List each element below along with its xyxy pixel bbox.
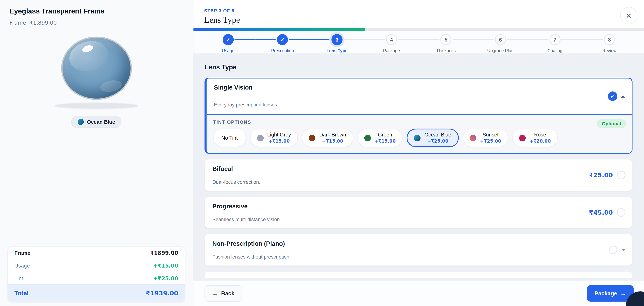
- caret-up-icon: [621, 95, 625, 97]
- tint-chip-price: +₹15.00: [267, 138, 291, 144]
- next-option-card-partial[interactable]: [204, 271, 632, 278]
- tint-chip-price: +₹15.00: [374, 138, 396, 144]
- step-number: 7: [549, 34, 560, 45]
- lens-type-content: Lens Type Single Vision Everyday prescri…: [194, 54, 644, 280]
- step-label: Package: [383, 48, 400, 53]
- tint-chip-price: +₹25.00: [480, 138, 501, 144]
- step-navigation: ✓ Usage ✓ Prescription 3 Lens Type 4 Pac…: [194, 31, 644, 54]
- stepper-item-prescription[interactable]: ✓ Prescription: [255, 31, 310, 53]
- option-description: Everyday prescription lenses.: [214, 102, 624, 108]
- option-card-progressive[interactable]: Progressive Seamless multi-distance visi…: [204, 196, 632, 228]
- lens-sphere-image: [61, 37, 132, 100]
- summary-total-row: Total ₹1939.00: [8, 284, 185, 302]
- check-glyph: ✓: [610, 93, 615, 99]
- step-label: Thickness: [436, 48, 456, 53]
- frame-price-label: Frame: ₹1,899.00: [0, 16, 192, 26]
- radio-unselected-icon[interactable]: [617, 171, 626, 180]
- modal-footer: ← Back Package →: [194, 280, 644, 306]
- modal-header: STEP 3 OF 8 Lens Type ✕: [194, 0, 644, 29]
- tint-chip-label: Rose: [530, 132, 551, 138]
- modal-title: Lens Type: [204, 15, 634, 25]
- option-right-group: ₹45.00: [589, 208, 626, 217]
- tint-chip-price: +₹15.00: [319, 138, 346, 144]
- option-card-bifocal[interactable]: Bifocal Dual-focus correction. ₹25.00: [204, 159, 632, 191]
- tint-chip-row: No Tint Light Grey +₹15.00: [213, 129, 625, 147]
- option-title: Progressive: [212, 203, 625, 210]
- tint-chip-label: Ocean Blue: [424, 132, 451, 138]
- stepper-item-thickness[interactable]: 5 Thickness: [419, 31, 473, 53]
- back-button[interactable]: ← Back: [204, 285, 242, 301]
- summary-label: Usage: [14, 262, 30, 268]
- step-progress-label: STEP 3 OF 8: [204, 0, 634, 13]
- next-step-button[interactable]: Package →: [587, 285, 634, 301]
- tint-chip-green[interactable]: Green +₹15.00: [357, 129, 403, 147]
- lens-lower-highlight: [100, 79, 123, 93]
- option-card-plano[interactable]: Non-Prescription (Plano) Fashion lenses …: [204, 234, 632, 266]
- tint-chip-light-grey[interactable]: Light Grey +₹15.00: [250, 129, 298, 147]
- tint-chip-rose[interactable]: Rose +₹20.00: [512, 129, 558, 147]
- tint-chip-no-tint[interactable]: No Tint: [213, 129, 246, 147]
- option-description: Dual-focus correction.: [212, 179, 625, 185]
- radio-unselected-icon[interactable]: [608, 246, 617, 254]
- tint-swatch-sunset-icon: [470, 135, 476, 141]
- product-title: Eyeglass Transparent Frame: [0, 0, 192, 16]
- tint-swatch-green-icon: [364, 135, 371, 141]
- tint-chip-ocean-blue[interactable]: Ocean Blue +₹25.00: [407, 129, 458, 147]
- option-price: ₹25.00: [589, 172, 613, 179]
- step-number: 5: [440, 34, 452, 45]
- summary-value: ₹1899.00: [150, 250, 178, 256]
- selected-check-icon: ✓: [608, 92, 618, 101]
- stepper-item-lens-type[interactable]: 3 Lens Type: [310, 31, 364, 53]
- back-button-label: Back: [221, 290, 234, 296]
- tint-chip-price: +₹20.00: [530, 138, 551, 144]
- stepper-item-coating[interactable]: 7 Coating: [528, 31, 582, 53]
- total-label: Total: [14, 290, 28, 297]
- selection-indicators: ✓: [608, 92, 625, 101]
- tint-chip-sunset[interactable]: Sunset +₹25.00: [463, 129, 508, 147]
- option-title: Bifocal: [212, 165, 625, 172]
- close-button[interactable]: ✕: [620, 7, 637, 24]
- step-check-icon: ✓: [222, 34, 234, 45]
- tint-name-badge: Ocean Blue: [71, 116, 122, 128]
- step-label: Lens Type: [326, 48, 348, 53]
- step-number: 8: [604, 34, 615, 45]
- lens-preview: Ocean Blue: [0, 37, 192, 128]
- tint-chip-label: Dark Brown: [319, 132, 346, 138]
- tint-options-panel: TINT OPTIONS Optional No Tint Light Grey…: [207, 114, 632, 153]
- option-right-group: ₹25.00: [589, 171, 626, 180]
- tint-swatch-ocean-blue-icon: [414, 135, 421, 141]
- summary-label: Tint: [14, 275, 23, 281]
- lens-shadow: [54, 103, 138, 109]
- option-card-single-vision[interactable]: Single Vision Everyday prescription lens…: [204, 78, 632, 154]
- summary-row-tint: Tint +₹25.00: [8, 272, 185, 284]
- step-label: Usage: [222, 48, 234, 53]
- tint-chip-label: Light Grey: [267, 132, 291, 138]
- stepper-item-upgrade-plan[interactable]: 6 Upgrade Plan: [473, 31, 528, 53]
- lens-gloss-highlight: [66, 37, 112, 76]
- optional-badge: Optional: [597, 119, 626, 128]
- progress-bar-fill: [194, 29, 365, 31]
- single-vision-header[interactable]: Single Vision Everyday prescription lens…: [207, 79, 632, 114]
- summary-row-usage: Usage +₹15.00: [8, 259, 185, 272]
- stepper-item-package[interactable]: 4 Package: [364, 31, 419, 53]
- progress-bar-track: [194, 29, 644, 31]
- tint-chip-price: +₹25.00: [424, 138, 451, 144]
- stepper-item-review[interactable]: 8 Review: [582, 31, 637, 53]
- step-number: 6: [495, 34, 506, 45]
- total-value: ₹1939.00: [146, 289, 178, 297]
- option-price: ₹45.00: [589, 209, 613, 216]
- stepper-item-usage[interactable]: ✓ Usage: [201, 31, 255, 53]
- tint-chip-label: Sunset: [480, 132, 501, 138]
- summary-value: +₹15.00: [153, 262, 178, 268]
- option-right-group: [608, 246, 626, 254]
- summary-value: +₹25.00: [153, 275, 178, 281]
- caret-down-icon: [621, 249, 626, 251]
- radio-unselected-icon[interactable]: [617, 208, 626, 217]
- step-number: 4: [386, 34, 397, 45]
- step-label: Prescription: [271, 48, 294, 53]
- tint-options-heading: TINT OPTIONS: [213, 120, 625, 124]
- tint-chip-dark-brown[interactable]: Dark Brown +₹15.00: [302, 129, 353, 147]
- tint-color-dot-icon: [78, 119, 84, 125]
- lens-configurator-screen: Eyeglass Transparent Frame Frame: ₹1,899…: [0, 0, 644, 306]
- price-summary-card: Frame ₹1899.00 Usage +₹15.00 Tint +₹25.0…: [7, 246, 185, 302]
